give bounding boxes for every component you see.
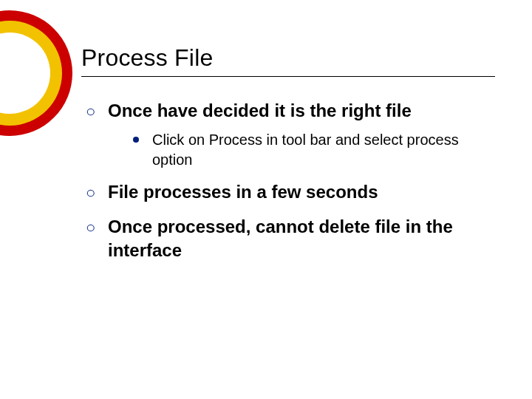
ring-bullet-icon: ○ xyxy=(86,216,95,239)
bullet-text: File processes in a few seconds xyxy=(108,182,378,202)
sub-bullet-list: Click on Process in tool bar and select … xyxy=(108,130,502,170)
bullet-text: Once have decided it is the right file xyxy=(108,100,412,120)
sub-bullet-item: Click on Process in tool bar and select … xyxy=(133,130,502,170)
bullet-text: Once processed, cannot delete file in th… xyxy=(108,216,453,260)
bullet-list: ○ Once have decided it is the right file… xyxy=(81,99,502,263)
ring-bullet-icon: ○ xyxy=(86,100,95,123)
bullet-item: ○ Once processed, cannot delete file in … xyxy=(86,215,502,263)
bullet-item: ○ File processes in a few seconds xyxy=(86,180,502,204)
bullet-item: ○ Once have decided it is the right file… xyxy=(86,99,502,170)
title-rule xyxy=(81,76,495,77)
slide-title: Process File xyxy=(81,44,502,72)
dot-bullet-icon xyxy=(133,137,139,143)
sub-bullet-text: Click on Process in tool bar and select … xyxy=(152,132,459,168)
slide-content: Process File ○ Once have decided it is t… xyxy=(0,0,532,399)
ring-bullet-icon: ○ xyxy=(86,182,95,204)
